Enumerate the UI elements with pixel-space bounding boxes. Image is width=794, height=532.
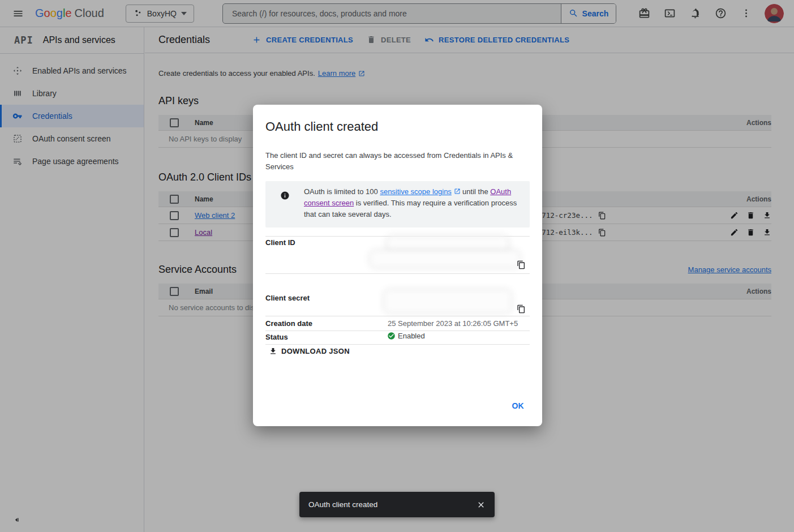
- copy-client-id-icon[interactable]: [517, 260, 527, 270]
- external-link-icon: [454, 188, 461, 195]
- snackbar: OAuth client created: [299, 492, 495, 517]
- snackbar-message: OAuth client created: [308, 500, 472, 509]
- close-icon[interactable]: [472, 496, 490, 514]
- redacted-client-secret: [385, 290, 510, 312]
- divider: [265, 316, 530, 316]
- dialog-subtitle: The client ID and secret can always be a…: [265, 150, 517, 173]
- divider: [265, 344, 530, 345]
- dialog-title: OAuth client created: [265, 119, 378, 134]
- copy-client-secret-icon[interactable]: [517, 304, 527, 314]
- client-id-label: Client ID: [265, 238, 295, 247]
- status-value: Enabled: [398, 332, 425, 340]
- notice-banner: OAuth is limited to 100 sensitive scope …: [265, 181, 530, 228]
- status-label: Status: [265, 333, 288, 341]
- download-icon: [269, 347, 277, 355]
- creation-date-value: 25 September 2023 at 10:26:05 GMT+5: [388, 319, 518, 328]
- info-icon: [280, 191, 290, 200]
- redacted-client-id: [388, 237, 508, 251]
- notice-text: OAuth is limited to 100 sensitive scope …: [304, 186, 519, 220]
- sensitive-scope-logins-link[interactable]: sensitive scope logins: [380, 187, 451, 196]
- redacted-client-id: [371, 251, 519, 267]
- divider: [265, 331, 530, 331]
- divider: [265, 273, 530, 274]
- check-circle-icon: [387, 332, 396, 340]
- client-secret-label: Client secret: [265, 294, 310, 302]
- oauth-client-created-dialog: OAuth client created The client ID and s…: [253, 105, 542, 426]
- download-json-button[interactable]: DOWNLOAD JSON: [269, 347, 350, 355]
- ok-button[interactable]: OK: [507, 398, 529, 414]
- creation-date-label: Creation date: [265, 319, 312, 328]
- status-badge: Enabled: [387, 332, 425, 340]
